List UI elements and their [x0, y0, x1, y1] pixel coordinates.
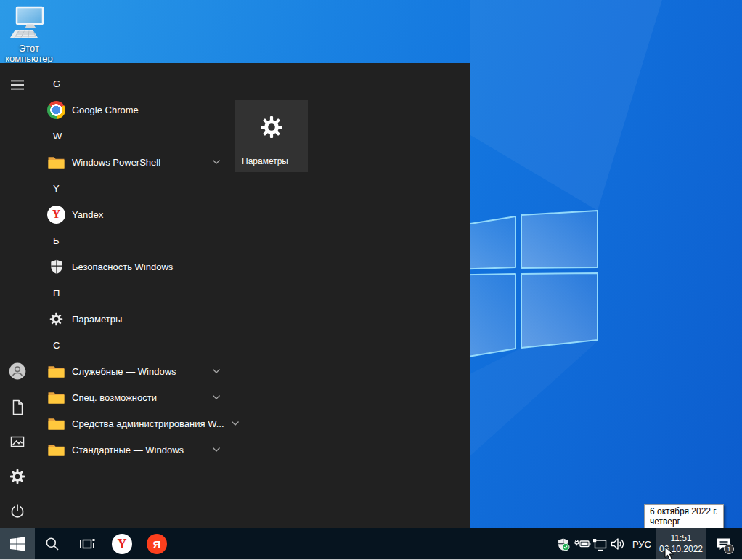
- folder-icon: [47, 362, 65, 381]
- volume-icon: [610, 536, 627, 552]
- section-header-label: Y: [53, 183, 60, 194]
- clock-button[interactable]: 11:51 06.10.2022: [656, 528, 706, 560]
- power-icon: [9, 503, 26, 520]
- defender-shield-icon: [47, 258, 65, 276]
- windows-logo-icon: [10, 537, 25, 551]
- app-row-accessories-windows[interactable]: Стандартные — Windows: [35, 437, 225, 463]
- network-tray-button[interactable]: [591, 528, 609, 560]
- power-button[interactable]: [0, 494, 35, 529]
- gear-icon: [9, 468, 26, 485]
- clock-time: 11:51: [670, 533, 691, 544]
- volume-tray-button[interactable]: [609, 528, 627, 560]
- yandex-browser-icon: Y: [112, 534, 132, 554]
- gear-icon: [258, 114, 285, 140]
- notification-center-button[interactable]: 1: [706, 528, 742, 560]
- chevron-down-icon: [231, 421, 240, 426]
- search-button[interactable]: [35, 528, 70, 560]
- user-account-button[interactable]: [0, 354, 35, 389]
- app-label: Параметры: [72, 314, 122, 325]
- tile-label: Параметры: [242, 156, 288, 166]
- desktop-icon-this-pc[interactable]: Этот компьютер: [1, 6, 57, 64]
- chevron-down-icon: [212, 159, 221, 165]
- start-menu-rail: [0, 63, 35, 528]
- section-header-p[interactable]: П: [35, 280, 225, 306]
- app-row-settings[interactable]: Параметры: [35, 306, 225, 332]
- network-icon: [592, 537, 608, 552]
- desktop-icon-label: Этот компьютер: [5, 43, 53, 64]
- clock-date: 06.10.2022: [659, 544, 703, 555]
- language-label: РУС: [632, 539, 651, 550]
- hamburger-menu-button[interactable]: [0, 68, 35, 102]
- gear-icon: [47, 310, 65, 328]
- chrome-icon: [47, 101, 65, 119]
- hamburger-icon: [9, 77, 25, 93]
- section-header-label: П: [53, 288, 60, 299]
- system-tray: РУС 11:51 06.10.2022 1: [555, 528, 742, 560]
- search-icon: [44, 536, 60, 552]
- section-header-s[interactable]: С: [35, 332, 225, 358]
- battery-tray-button[interactable]: [573, 528, 591, 560]
- computer-icon: [9, 6, 49, 42]
- folder-icon: [47, 415, 65, 433]
- start-button[interactable]: [0, 528, 35, 560]
- section-header-label: G: [53, 78, 60, 89]
- tile-settings[interactable]: Параметры: [235, 100, 308, 172]
- app-row-accessibility[interactable]: Спец. возможности: [35, 384, 225, 410]
- yandex-icon: Y: [47, 206, 65, 224]
- taskbar-yandex-browser-button[interactable]: Y: [105, 528, 139, 560]
- app-row-admin-tools[interactable]: Средства администрирования W...: [35, 410, 225, 437]
- section-header-b[interactable]: Б: [35, 227, 225, 253]
- app-row-system-windows[interactable]: Служебные — Windows: [35, 358, 225, 384]
- documents-button[interactable]: [0, 390, 35, 425]
- app-label: Спец. возможности: [72, 392, 157, 403]
- folder-icon: [47, 441, 65, 459]
- notification-badge: 1: [724, 544, 734, 554]
- app-row-yandex[interactable]: Y Yandex: [35, 201, 225, 227]
- task-view-button[interactable]: [70, 528, 105, 560]
- app-row-google-chrome[interactable]: Google Chrome: [35, 97, 225, 123]
- security-tray-button[interactable]: [555, 528, 573, 560]
- chevron-down-icon: [212, 394, 221, 400]
- section-header-label: С: [53, 340, 60, 351]
- app-label: Google Chrome: [72, 105, 139, 115]
- battery-charging-icon: [574, 537, 591, 551]
- pictures-button[interactable]: [0, 424, 35, 459]
- tooltip-date: 6 октября 2022 г.: [650, 506, 718, 516]
- app-label: Windows PowerShell: [72, 157, 160, 168]
- security-shield-icon: [557, 537, 571, 551]
- app-label: Безопасность Windows: [72, 261, 173, 272]
- app-label: Служебные — Windows: [72, 366, 176, 377]
- pictures-icon: [9, 433, 26, 450]
- taskbar-yandex-app-button[interactable]: Я: [139, 528, 174, 560]
- language-indicator[interactable]: РУС: [627, 528, 656, 560]
- tooltip-weekday: четверг: [650, 516, 718, 527]
- app-row-windows-security[interactable]: Безопасность Windows: [35, 253, 225, 280]
- app-label: Yandex: [72, 209, 103, 220]
- taskbar: Y Я: [0, 528, 742, 560]
- document-icon: [9, 399, 26, 416]
- task-view-icon: [78, 536, 96, 552]
- section-header-label: Б: [53, 235, 60, 246]
- section-header-g[interactable]: G: [35, 70, 225, 97]
- app-label: Средства администрирования W...: [72, 418, 224, 429]
- settings-button[interactable]: [0, 459, 35, 494]
- section-header-y[interactable]: Y: [35, 175, 225, 201]
- yandex-ya-icon: Я: [147, 534, 167, 554]
- app-row-windows-powershell[interactable]: Windows PowerShell: [35, 149, 225, 175]
- folder-icon: [47, 153, 65, 171]
- section-header-w[interactable]: W: [35, 123, 225, 149]
- chevron-down-icon: [212, 447, 221, 453]
- start-menu: G Google Chrome W Windows PowerShell Y Y…: [0, 63, 470, 528]
- folder-icon: [47, 389, 65, 407]
- date-tooltip: 6 октября 2022 г. четверг: [644, 504, 724, 529]
- start-menu-app-list: G Google Chrome W Windows PowerShell Y Y…: [35, 70, 225, 463]
- section-header-label: W: [53, 131, 62, 142]
- user-avatar-icon: [9, 362, 26, 380]
- chevron-down-icon: [212, 368, 221, 374]
- app-label: Стандартные — Windows: [72, 445, 184, 455]
